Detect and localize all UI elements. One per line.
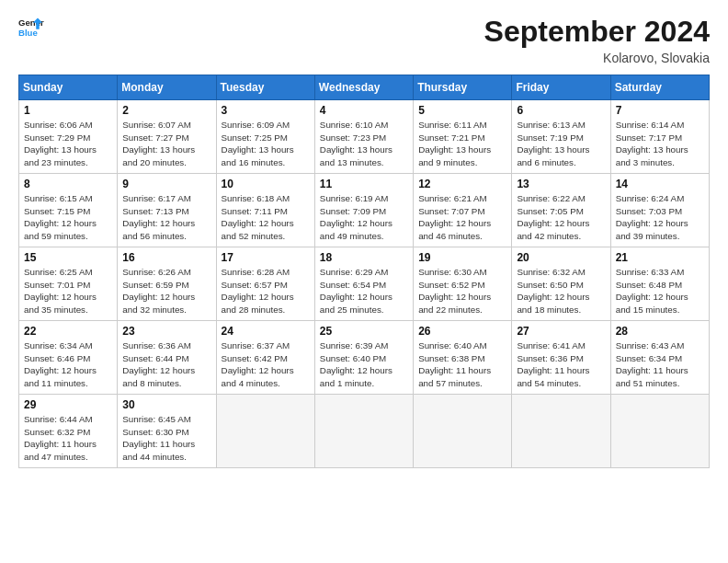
calendar-cell: 18 Sunrise: 6:29 AMSunset: 6:54 PMDaylig…	[314, 247, 413, 321]
day-number: 3	[222, 104, 310, 117]
day-number: 22	[24, 325, 112, 338]
cell-details: Sunrise: 6:25 AMSunset: 7:01 PMDaylight:…	[24, 266, 112, 316]
calendar-cell: 20 Sunrise: 6:32 AMSunset: 6:50 PMDaylig…	[512, 247, 610, 321]
day-number: 23	[122, 325, 210, 338]
calendar-header-row: SundayMondayTuesdayWednesdayThursdayFrid…	[19, 75, 710, 100]
logo-icon: General Blue	[18, 15, 44, 40]
cell-details: Sunrise: 6:09 AMSunset: 7:25 PMDaylight:…	[222, 119, 310, 169]
calendar-cell: 17 Sunrise: 6:28 AMSunset: 6:57 PMDaylig…	[216, 247, 314, 321]
calendar-cell: 8 Sunrise: 6:15 AMSunset: 7:15 PMDayligh…	[19, 174, 118, 247]
calendar-cell: 30 Sunrise: 6:45 AMSunset: 6:30 PMDaylig…	[118, 395, 216, 468]
day-number: 25	[320, 325, 408, 338]
day-number: 13	[517, 178, 605, 190]
day-number: 1	[24, 104, 112, 117]
cell-details: Sunrise: 6:10 AMSunset: 7:23 PMDaylight:…	[320, 119, 408, 169]
calendar-cell: 2 Sunrise: 6:07 AMSunset: 7:27 PMDayligh…	[118, 100, 216, 174]
calendar-cell: 21 Sunrise: 6:33 AMSunset: 6:48 PMDaylig…	[610, 247, 709, 321]
calendar-cell: 13 Sunrise: 6:22 AMSunset: 7:05 PMDaylig…	[512, 174, 610, 247]
day-number: 29	[24, 398, 112, 411]
cell-details: Sunrise: 6:39 AMSunset: 6:40 PMDaylight:…	[320, 339, 408, 390]
calendar-cell: 6 Sunrise: 6:13 AMSunset: 7:19 PMDayligh…	[512, 100, 610, 174]
calendar-cell: 26 Sunrise: 6:40 AMSunset: 6:38 PMDaylig…	[414, 321, 512, 395]
calendar-week-3: 15 Sunrise: 6:25 AMSunset: 7:01 PMDaylig…	[19, 247, 710, 321]
day-number: 21	[616, 251, 704, 264]
day-number: 26	[418, 325, 506, 338]
day-header-wednesday: Wednesday	[314, 75, 413, 100]
day-number: 20	[517, 251, 605, 264]
day-number: 30	[122, 398, 210, 411]
cell-details: Sunrise: 6:26 AMSunset: 6:59 PMDaylight:…	[122, 266, 210, 316]
day-number: 18	[320, 251, 408, 264]
cell-details: Sunrise: 6:06 AMSunset: 7:29 PMDaylight:…	[24, 119, 112, 169]
cell-details: Sunrise: 6:11 AMSunset: 7:21 PMDaylight:…	[418, 119, 506, 169]
day-header-monday: Monday	[118, 75, 216, 100]
day-number: 8	[24, 178, 112, 190]
cell-details: Sunrise: 6:44 AMSunset: 6:32 PMDaylight:…	[24, 413, 112, 464]
calendar-cell: 24 Sunrise: 6:37 AMSunset: 6:42 PMDaylig…	[216, 321, 314, 395]
cell-details: Sunrise: 6:18 AMSunset: 7:11 PMDaylight:…	[222, 192, 310, 243]
day-number: 14	[616, 178, 704, 190]
cell-details: Sunrise: 6:29 AMSunset: 6:54 PMDaylight:…	[320, 266, 408, 316]
calendar-cell: 1 Sunrise: 6:06 AMSunset: 7:29 PMDayligh…	[19, 100, 118, 174]
calendar-week-4: 22 Sunrise: 6:34 AMSunset: 6:46 PMDaylig…	[19, 321, 710, 395]
cell-details: Sunrise: 6:24 AMSunset: 7:03 PMDaylight:…	[616, 192, 704, 243]
day-header-tuesday: Tuesday	[216, 75, 314, 100]
day-header-friday: Friday	[512, 75, 610, 100]
calendar-cell: 29 Sunrise: 6:44 AMSunset: 6:32 PMDaylig…	[19, 395, 118, 468]
calendar-cell	[414, 395, 512, 468]
cell-details: Sunrise: 6:30 AMSunset: 6:52 PMDaylight:…	[418, 266, 506, 316]
calendar-cell: 15 Sunrise: 6:25 AMSunset: 7:01 PMDaylig…	[19, 247, 118, 321]
cell-details: Sunrise: 6:21 AMSunset: 7:07 PMDaylight:…	[418, 192, 506, 243]
day-header-saturday: Saturday	[610, 75, 709, 100]
day-number: 2	[122, 104, 210, 117]
cell-details: Sunrise: 6:40 AMSunset: 6:38 PMDaylight:…	[418, 339, 506, 390]
day-number: 9	[122, 178, 210, 190]
cell-details: Sunrise: 6:13 AMSunset: 7:19 PMDaylight:…	[517, 119, 605, 169]
cell-details: Sunrise: 6:33 AMSunset: 6:48 PMDaylight:…	[616, 266, 704, 316]
cell-details: Sunrise: 6:15 AMSunset: 7:15 PMDaylight:…	[24, 192, 112, 243]
page-container: General Blue September 2024 Kolarovo, Sl…	[0, 0, 728, 477]
month-title: September 2024	[484, 15, 710, 49]
calendar-cell: 25 Sunrise: 6:39 AMSunset: 6:40 PMDaylig…	[314, 321, 413, 395]
calendar-cell: 11 Sunrise: 6:19 AMSunset: 7:09 PMDaylig…	[314, 174, 413, 247]
cell-details: Sunrise: 6:17 AMSunset: 7:13 PMDaylight:…	[122, 192, 210, 243]
day-number: 28	[616, 325, 704, 338]
day-number: 7	[616, 104, 704, 117]
day-number: 10	[222, 178, 310, 190]
calendar-cell	[610, 395, 709, 468]
day-number: 12	[418, 178, 506, 190]
cell-details: Sunrise: 6:14 AMSunset: 7:17 PMDaylight:…	[616, 119, 704, 169]
day-number: 16	[122, 251, 210, 264]
calendar-cell: 23 Sunrise: 6:36 AMSunset: 6:44 PMDaylig…	[118, 321, 216, 395]
cell-details: Sunrise: 6:41 AMSunset: 6:36 PMDaylight:…	[517, 339, 605, 390]
cell-details: Sunrise: 6:43 AMSunset: 6:34 PMDaylight:…	[616, 339, 704, 390]
day-header-sunday: Sunday	[19, 75, 118, 100]
cell-details: Sunrise: 6:45 AMSunset: 6:30 PMDaylight:…	[122, 413, 210, 464]
calendar-cell	[216, 395, 314, 468]
cell-details: Sunrise: 6:34 AMSunset: 6:46 PMDaylight:…	[24, 339, 112, 390]
day-number: 19	[418, 251, 506, 264]
calendar-cell: 3 Sunrise: 6:09 AMSunset: 7:25 PMDayligh…	[216, 100, 314, 174]
cell-details: Sunrise: 6:22 AMSunset: 7:05 PMDaylight:…	[517, 192, 605, 243]
calendar-cell	[314, 395, 413, 468]
calendar-week-2: 8 Sunrise: 6:15 AMSunset: 7:15 PMDayligh…	[19, 174, 710, 247]
svg-text:Blue: Blue	[18, 28, 38, 38]
cell-details: Sunrise: 6:07 AMSunset: 7:27 PMDaylight:…	[122, 119, 210, 169]
day-number: 11	[320, 178, 408, 190]
day-header-thursday: Thursday	[414, 75, 512, 100]
day-number: 17	[222, 251, 310, 264]
cell-details: Sunrise: 6:28 AMSunset: 6:57 PMDaylight:…	[222, 266, 310, 316]
day-number: 6	[517, 104, 605, 117]
calendar-cell: 4 Sunrise: 6:10 AMSunset: 7:23 PMDayligh…	[314, 100, 413, 174]
calendar-cell: 28 Sunrise: 6:43 AMSunset: 6:34 PMDaylig…	[610, 321, 709, 395]
calendar-cell	[512, 395, 610, 468]
day-number: 15	[24, 251, 112, 264]
calendar-week-5: 29 Sunrise: 6:44 AMSunset: 6:32 PMDaylig…	[19, 395, 710, 468]
cell-details: Sunrise: 6:19 AMSunset: 7:09 PMDaylight:…	[320, 192, 408, 243]
calendar-cell: 5 Sunrise: 6:11 AMSunset: 7:21 PMDayligh…	[414, 100, 512, 174]
calendar-cell: 12 Sunrise: 6:21 AMSunset: 7:07 PMDaylig…	[414, 174, 512, 247]
header-row: General Blue September 2024 Kolarovo, Sl…	[18, 15, 710, 65]
calendar-cell: 9 Sunrise: 6:17 AMSunset: 7:13 PMDayligh…	[118, 174, 216, 247]
cell-details: Sunrise: 6:36 AMSunset: 6:44 PMDaylight:…	[122, 339, 210, 390]
cell-details: Sunrise: 6:32 AMSunset: 6:50 PMDaylight:…	[517, 266, 605, 316]
